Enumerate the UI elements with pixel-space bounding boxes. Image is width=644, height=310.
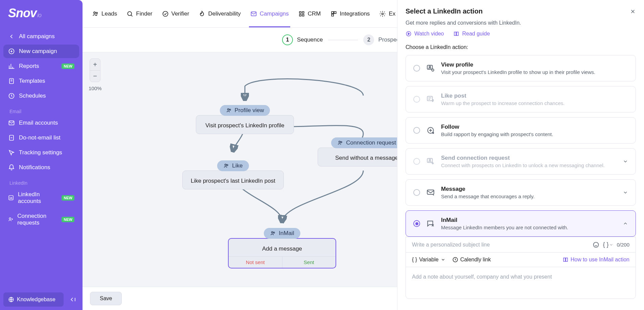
nav-finder[interactable]: Finder — [127, 0, 152, 27]
inmail-icon — [270, 230, 276, 236]
step-1[interactable]: 1 Sequence — [282, 34, 323, 45]
node-split-not-sent: Not sent — [229, 257, 282, 268]
read-guide-link[interactable]: Read guide — [453, 31, 490, 37]
puzzle-icon — [330, 10, 337, 17]
sidebar-item-connection-requests[interactable]: Connection requests NEW — [3, 209, 79, 230]
help-link[interactable]: How to use InMail action — [562, 257, 629, 263]
node-inmail[interactable]: InMail Add a message Not sent Sent — [228, 228, 336, 268]
svg-point-22 — [229, 109, 231, 110]
sidebar-section-linkedin: LinkedIn — [3, 176, 79, 188]
flame-icon — [199, 10, 205, 17]
svg-rect-16 — [302, 14, 304, 16]
search-icon — [127, 10, 133, 17]
gear-icon — [379, 10, 386, 17]
sidebar-item-tracking[interactable]: Tracking settings — [3, 146, 79, 159]
sidebar-item-dne[interactable]: Do-not-email list — [3, 131, 79, 145]
emoji-button[interactable] — [593, 241, 599, 248]
svg-rect-14 — [302, 11, 304, 13]
like-icon — [223, 163, 229, 169]
logo: Snovio — [0, 0, 83, 27]
svg-point-11 — [163, 11, 168, 16]
svg-point-31 — [429, 66, 431, 68]
sidebar-item-reports[interactable]: Reports NEW — [3, 59, 79, 73]
zoom-in-button[interactable]: + — [90, 59, 100, 70]
svg-point-39 — [594, 242, 599, 247]
sidebar-item-linkedin-accounts[interactable]: LinkedIn accounts NEW — [3, 188, 79, 208]
action-follow[interactable]: Follow Build rapport by engaging with pr… — [406, 117, 636, 144]
nav-leads[interactable]: Leads — [92, 0, 117, 27]
sidebar-item-new-campaign[interactable]: New campaign — [3, 45, 79, 58]
linkedin-icon — [8, 195, 14, 201]
node-like[interactable]: Like Like prospect's last LinkedIn post — [182, 160, 284, 189]
radio[interactable] — [413, 127, 420, 134]
sidebar-item-all-campaigns[interactable]: All campaigns — [3, 30, 79, 43]
sidebar-section-email: Email — [3, 104, 79, 116]
svg-point-28 — [273, 232, 275, 233]
svg-point-20 — [382, 13, 384, 15]
bell-icon — [8, 164, 15, 171]
profile-icon — [426, 64, 435, 73]
knowledgebase-button[interactable]: Knowledgebase — [3, 292, 64, 307]
collapse-sidebar-button[interactable] — [67, 296, 79, 303]
svg-rect-18 — [334, 11, 336, 14]
svg-point-24 — [227, 164, 228, 166]
zoom-control: + − 100% — [89, 58, 101, 91]
radio — [413, 158, 420, 165]
svg-point-35 — [433, 132, 434, 133]
mail-icon — [250, 10, 257, 17]
calendly-button[interactable]: Calendly link — [452, 257, 491, 263]
sidebar-item-email-accounts[interactable]: Email accounts — [3, 116, 79, 130]
sidebar-item-notifications[interactable]: Notifications — [3, 161, 79, 174]
follow-icon — [426, 126, 435, 135]
new-badge: NEW — [62, 195, 74, 201]
svg-point-6 — [9, 218, 11, 219]
nav-deliverability[interactable]: Deliverability — [199, 0, 240, 27]
clock-icon — [8, 93, 15, 99]
nav-extras[interactable]: Ex — [379, 0, 395, 27]
action-send-connection: Send connection request Connect with pro… — [406, 148, 636, 175]
panel-subtitle: Get more replies and conversions with Li… — [406, 20, 636, 26]
svg-point-9 — [96, 12, 97, 14]
subject-input[interactable] — [412, 242, 589, 248]
nav-campaigns[interactable]: Campaigns — [250, 0, 289, 27]
sidebar: Snovio All campaigns New campaign Report… — [0, 0, 83, 310]
nav-integrations[interactable]: Integrations — [330, 0, 370, 27]
svg-rect-33 — [427, 96, 432, 101]
close-button[interactable] — [630, 8, 636, 15]
nav-verifier[interactable]: Verifier — [162, 0, 189, 27]
sidebar-item-templates[interactable]: Templates — [3, 74, 79, 88]
svg-point-25 — [339, 141, 341, 143]
users-icon — [226, 107, 232, 113]
connect-icon — [337, 140, 343, 146]
variable-button[interactable]: { } — [603, 241, 613, 248]
svg-point-27 — [272, 232, 273, 233]
file-icon — [8, 78, 15, 84]
minus-doc-icon — [8, 134, 15, 141]
action-view-profile[interactable]: View profile Visit your prospect's Linke… — [406, 55, 636, 81]
panel-title: Select a LinkedIn action — [406, 7, 483, 15]
radio[interactable] — [413, 65, 420, 72]
arrow-left-icon — [8, 33, 15, 40]
grid-icon — [298, 10, 305, 17]
svg-point-8 — [94, 12, 95, 14]
watch-video-link[interactable]: Watch video — [406, 31, 444, 37]
variable-dropdown[interactable]: { } Variable — [412, 257, 445, 263]
save-button[interactable]: Save — [90, 292, 122, 305]
zoom-percent: 100% — [89, 85, 101, 91]
user-plus-icon — [8, 216, 13, 223]
action-inmail[interactable]: InMail Message LinkedIn members you are … — [406, 210, 636, 237]
bar-chart-icon — [8, 63, 15, 70]
action-like-post: Like post Warm up the prospect to increa… — [406, 86, 636, 112]
radio[interactable] — [413, 189, 420, 196]
action-message[interactable]: Message Send a message that encourages a… — [406, 179, 636, 206]
body-textarea[interactable] — [412, 274, 629, 291]
sidebar-item-schedules[interactable]: Schedules — [3, 89, 79, 103]
connection-icon — [426, 157, 435, 166]
new-badge: NEW — [62, 217, 74, 222]
radio[interactable] — [413, 220, 420, 227]
message-icon — [426, 188, 435, 197]
node-profile-view[interactable]: Profile view Visit prospect's LinkedIn p… — [196, 105, 294, 134]
svg-point-26 — [341, 141, 342, 143]
zoom-out-button[interactable]: − — [90, 70, 100, 82]
nav-crm[interactable]: CRM — [298, 0, 321, 27]
